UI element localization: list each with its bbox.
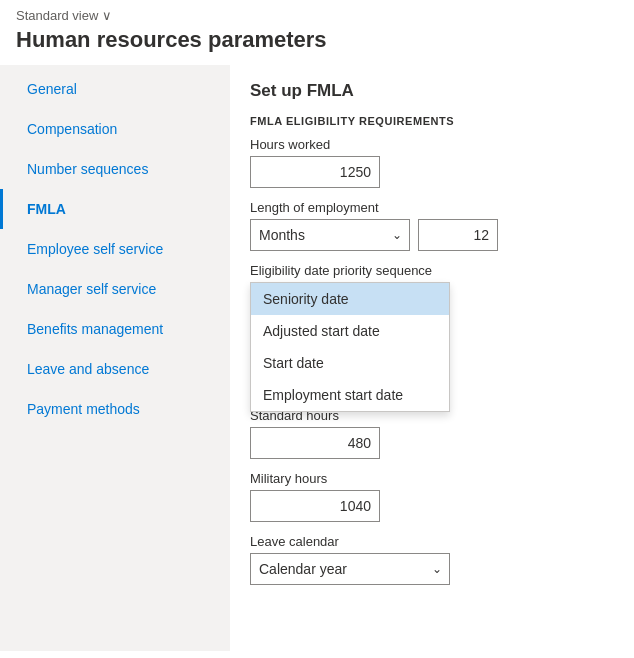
leave-calendar-group: Leave calendar Calendar year Fiscal year… — [250, 534, 614, 585]
sidebar: General Compensation Number sequences FM… — [0, 65, 230, 651]
priority-option-adjusted-start-date[interactable]: Adjusted start date — [251, 315, 449, 347]
main-layout: General Compensation Number sequences FM… — [0, 65, 634, 651]
standard-view-bar[interactable]: Standard view ∨ — [0, 0, 634, 27]
length-unit-select[interactable]: Months Years Days — [250, 219, 410, 251]
page-title: Human resources parameters — [0, 27, 634, 65]
section-title: Set up FMLA — [250, 81, 614, 101]
entitlement-section: FMLA ENTITLEMENT Standard hours Military… — [250, 386, 614, 585]
sidebar-item-payment-methods[interactable]: Payment methods — [0, 389, 230, 429]
military-hours-input[interactable] — [250, 490, 380, 522]
hours-worked-input[interactable] — [250, 156, 380, 188]
military-hours-label: Military hours — [250, 471, 614, 486]
sidebar-item-employee-self-service[interactable]: Employee self service — [0, 229, 230, 269]
sidebar-item-benefits-management[interactable]: Benefits management — [0, 309, 230, 349]
standard-hours-input[interactable] — [250, 427, 380, 459]
sidebar-item-leave-and-absence[interactable]: Leave and absence — [0, 349, 230, 389]
length-row: Months Years Days ⌄ — [250, 219, 614, 251]
hours-worked-label: Hours worked — [250, 137, 614, 152]
hours-worked-group: Hours worked — [250, 137, 614, 188]
main-content: Set up FMLA FMLA ELIGIBILITY REQUIREMENT… — [230, 65, 634, 651]
chevron-down-icon: ∨ — [102, 8, 112, 23]
length-unit-select-container: Months Years Days ⌄ — [250, 219, 410, 251]
sidebar-item-general[interactable]: General — [0, 69, 230, 109]
priority-option-start-date[interactable]: Start date — [251, 347, 449, 379]
military-hours-group: Military hours — [250, 471, 614, 522]
sidebar-item-number-sequences[interactable]: Number sequences — [0, 149, 230, 189]
priority-dropdown: Seniority date Adjusted start date Start… — [250, 282, 450, 412]
length-value-input[interactable] — [418, 219, 498, 251]
sidebar-item-manager-self-service[interactable]: Manager self service — [0, 269, 230, 309]
length-of-employment-group: Length of employment Months Years Days ⌄ — [250, 200, 614, 251]
leave-calendar-select-container: Calendar year Fiscal year ⌄ — [250, 553, 450, 585]
standard-view-label: Standard view — [16, 8, 98, 23]
priority-label: Eligibility date priority sequence — [250, 263, 614, 278]
leave-calendar-select[interactable]: Calendar year Fiscal year — [250, 553, 450, 585]
sidebar-item-compensation[interactable]: Compensation — [0, 109, 230, 149]
eligibility-label: FMLA ELIGIBILITY REQUIREMENTS — [250, 115, 614, 127]
sidebar-item-fmla[interactable]: FMLA — [0, 189, 230, 229]
priority-row: Seniority date Adjusted start date Start… — [250, 282, 614, 374]
length-label: Length of employment — [250, 200, 614, 215]
priority-option-employment-start-date[interactable]: Employment start date — [251, 379, 449, 411]
priority-option-seniority-date[interactable]: Seniority date — [251, 283, 449, 315]
priority-sequence-group: Eligibility date priority sequence Senio… — [250, 263, 614, 374]
leave-calendar-label: Leave calendar — [250, 534, 614, 549]
standard-hours-group: Standard hours — [250, 408, 614, 459]
